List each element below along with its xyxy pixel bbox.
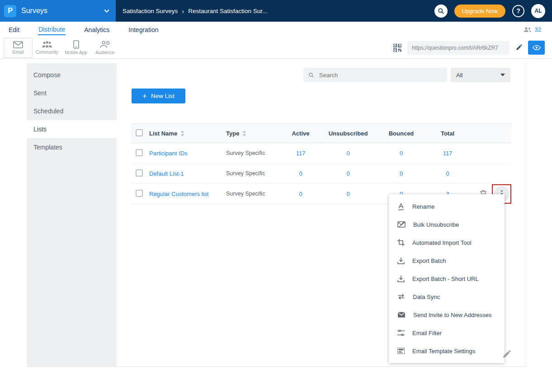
plus-icon: + [142,92,147,100]
chevron-down-icon[interactable] [104,9,109,13]
row-checkbox[interactable] [136,169,143,177]
active-count[interactable]: 117 [280,150,321,157]
upgrade-now-button[interactable]: Upgrade Now [454,5,506,18]
sidebar-item-compose[interactable]: Compose [27,66,117,84]
header-active: Active [280,130,321,137]
list-type-filter[interactable]: All [451,68,510,82]
qr-code-icon [393,44,401,52]
select-all-checkbox[interactable] [136,129,143,136]
edit-url-button[interactable] [515,44,522,51]
lists-table: List Name Type Active Unsubscribed Bounc… [131,123,511,204]
mail-icon [397,312,406,318]
bounced-count[interactable]: 0 [375,170,427,177]
main-area: Compose Sent Scheduled Lists Templates A… [27,63,525,367]
menu-item-export-batch-short-url[interactable]: Export Batch - Short URL [389,270,505,288]
channel-email[interactable]: Email [4,38,33,58]
channel-label: Audience [95,50,114,55]
menu-item-bulk-unsubscribe[interactable]: Bulk Unsubscribe [389,215,505,233]
active-count[interactable]: 0 [280,170,321,177]
bounced-count[interactable]: 0 [375,150,427,157]
total-count[interactable]: 117 [427,150,468,157]
email-icon [13,41,23,48]
list-name-link[interactable]: Regular Customers list [149,191,209,197]
header-type: Type [226,130,239,137]
total-count[interactable]: 0 [427,170,468,177]
list-name-link[interactable]: Participant IDs [149,150,188,157]
channel-mobile-app[interactable]: Mobile App [61,38,90,58]
people-icon [523,27,532,33]
new-list-button[interactable]: + New List [132,89,185,103]
survey-url-input[interactable] [407,41,510,55]
unsubscribed-count[interactable]: 0 [321,170,375,177]
menu-item-label: Send Invite to New Addresses [413,312,491,318]
eye-icon [533,45,541,51]
pencil-icon [502,350,511,359]
menu-item-rename[interactable]: Rename [389,197,505,215]
distribute-sidebar: Compose Sent Scheduled Lists Templates [27,63,117,366]
list-type: Survey Specific [226,150,280,156]
list-options-menu: Rename Bulk Unsubscribe Automated Import… [389,194,505,363]
sidebar-item-scheduled[interactable]: Scheduled [27,102,117,120]
sidebar-item-templates[interactable]: Templates [27,138,117,156]
product-switcher[interactable]: P Surveys [0,0,116,22]
avatar[interactable]: AL [531,4,545,18]
tab-integration[interactable]: Integration [128,24,159,35]
breadcrumb: Satisfaction Surveys › Restaurant Satisf… [123,7,267,15]
table-row: Default List-1 Survey Specific 0 0 0 0 [131,163,511,184]
list-filter-row: All [117,63,525,82]
menu-item-automated-import-tool[interactable]: Automated Import Tool [389,233,505,252]
channel-community[interactable]: Community [33,38,61,58]
menu-item-data-sync[interactable]: Data Sync [389,288,505,306]
row-checkbox[interactable] [136,190,143,197]
menu-item-export-batch[interactable]: Export Batch [389,252,505,270]
menu-item-email-template-settings[interactable]: Email Template Settings [389,342,505,360]
questionpro-logo: P [4,5,16,17]
header-total: Total [427,130,468,137]
collaborators[interactable]: 32 [523,26,541,33]
new-list-label: New List [151,93,175,99]
menu-item-label: Rename [412,203,434,210]
channel-label: Community [36,50,59,55]
active-count[interactable]: 0 [280,191,321,197]
tab-distribute[interactable]: Distribute [38,23,66,35]
survey-nav-tabs: Edit Distribute Analytics Integration 32 [0,22,552,37]
unsubscribed-count[interactable]: 0 [321,191,375,197]
list-search-input[interactable] [318,71,442,79]
list-name-link[interactable]: Default List-1 [149,170,184,177]
sidebar-item-sent[interactable]: Sent [27,84,117,102]
list-search [303,68,447,82]
template-icon [397,348,405,354]
channel-label: Mobile App [65,50,87,55]
audience-icon [99,41,110,49]
collaborators-count: 32 [535,26,541,33]
tab-edit[interactable]: Edit [8,24,20,35]
qr-code-button[interactable] [393,44,401,52]
header-bounced: Bounced [375,130,427,137]
menu-item-label: Automated Import Tool [412,239,472,246]
list-type: Survey Specific [226,191,280,197]
menu-item-send-invite-new-addresses[interactable]: Send Invite to New Addresses [389,306,505,324]
menu-item-label: Export Batch - Short URL [412,275,479,282]
sidebar-item-lists[interactable]: Lists [27,120,117,138]
sort-icon[interactable] [180,131,184,136]
menu-item-label: Email Template Settings [412,348,475,355]
menu-item-label: Bulk Unsubscribe [413,221,459,228]
feedback-edit-button[interactable] [499,350,514,359]
breadcrumb-separator: › [182,7,184,15]
sort-icon[interactable] [242,131,246,136]
breadcrumb-survey-folder[interactable]: Satisfaction Surveys [123,8,178,14]
row-checkbox[interactable] [136,149,143,156]
list-type: Survey Specific [226,170,280,177]
preview-button[interactable] [528,41,545,55]
logo-letter: P [8,7,13,15]
topbar-actions: Upgrade Now ? AL [434,4,552,18]
menu-item-label: Email Filter [412,330,442,336]
distribute-toolbar: Email Community Mobile App Audience [0,37,552,59]
channel-audience[interactable]: Audience [90,38,119,58]
menu-item-email-filter[interactable]: Email Filter [389,324,505,342]
global-search-button[interactable] [434,5,448,18]
tab-analytics[interactable]: Analytics [84,24,110,35]
unsubscribed-count[interactable]: 0 [321,150,375,157]
help-button[interactable]: ? [512,5,524,17]
breadcrumb-survey-name[interactable]: Restaurant Satisfaction Sur... [188,8,267,14]
